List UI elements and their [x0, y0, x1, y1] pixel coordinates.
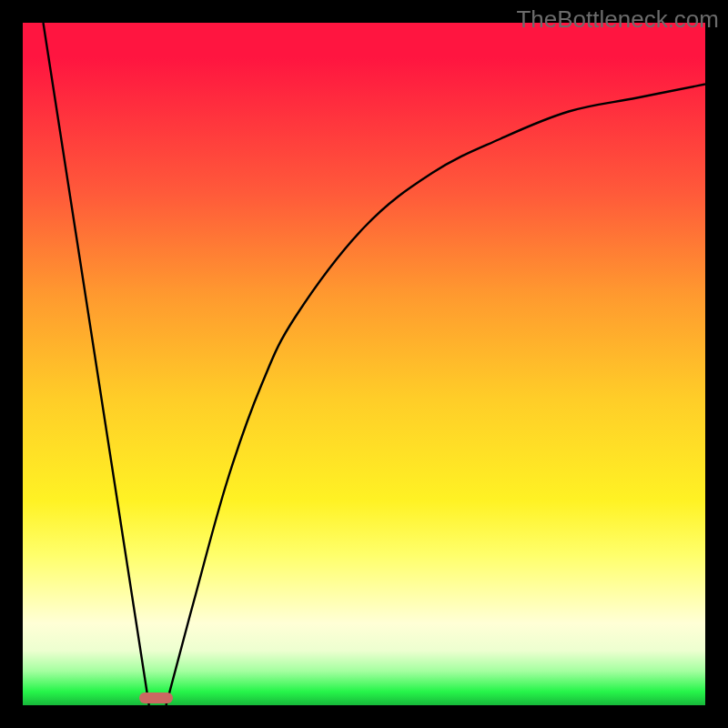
optimal-range-marker — [139, 693, 174, 703]
chart-frame: TheBottleneck.com — [0, 0, 728, 728]
watermark-text: TheBottleneck.com — [516, 5, 719, 34]
curve-path — [44, 23, 706, 705]
bottleneck-curve — [23, 23, 705, 705]
plot-area — [23, 23, 705, 705]
